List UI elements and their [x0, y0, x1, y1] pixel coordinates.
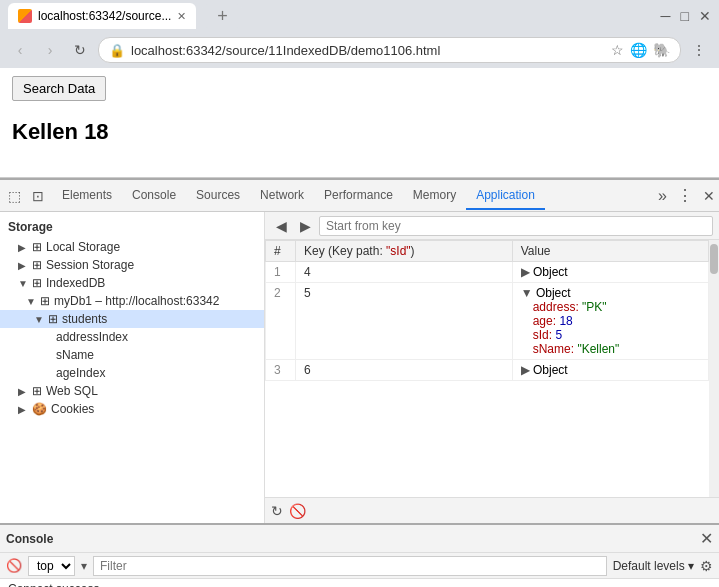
window-controls: ─ □ ✕: [661, 8, 711, 24]
secure-icon: 🔒: [109, 43, 125, 58]
tab-console[interactable]: Console: [122, 182, 186, 210]
main-panel: ◀ ▶ # Key (Key path: "sId") Value: [265, 212, 719, 523]
devtools-icon-cursor[interactable]: ⊡: [28, 186, 48, 206]
row-num: 2: [266, 283, 296, 360]
arrow-icon: ▼: [26, 296, 36, 307]
console-filter-row: 🚫 top ▾ Default levels ▾ ⚙: [0, 553, 719, 579]
menu-btn[interactable]: ⋮: [687, 38, 711, 62]
sidebar-label-sname: sName: [56, 348, 94, 362]
toolbar-back-btn[interactable]: ◀: [271, 216, 291, 236]
tab-favicon: [18, 9, 32, 23]
arrow-icon: ▼: [34, 314, 44, 325]
sidebar-section-storage: Storage: [0, 216, 264, 238]
sidebar-label-students: students: [62, 312, 107, 326]
sidebar-label-mydb1: myDb1 – http://localhost:63342: [54, 294, 219, 308]
search-data-button[interactable]: Search Data: [12, 76, 106, 101]
console-filter-input[interactable]: [93, 556, 607, 576]
tab-application[interactable]: Application: [466, 182, 545, 210]
console-context-select[interactable]: top: [28, 556, 75, 576]
row-key: 5: [296, 283, 513, 360]
console-area: Console ✕ 🚫 top ▾ Default levels ▾ ⚙ Con…: [0, 523, 719, 587]
extension-icon1[interactable]: 🌐: [630, 42, 647, 58]
col-value: Value: [512, 241, 708, 262]
devtools-menu-icon[interactable]: ⋮: [677, 186, 693, 205]
reload-btn[interactable]: ↻: [68, 38, 92, 62]
cookies-icon: 🍪: [32, 402, 47, 416]
browser-tab[interactable]: localhost:63342/source... ✕: [8, 3, 196, 29]
db-icon: ⊞: [40, 294, 50, 308]
arrow-icon: ▶: [18, 386, 28, 397]
sidebar-item-indexeddb[interactable]: ▼ ⊞ IndexedDB: [0, 274, 264, 292]
table-row: 2 5 ▼ Object address: "PK" age: 18 sId: …: [266, 283, 709, 360]
close-window-btn[interactable]: ✕: [699, 8, 711, 24]
address-bar[interactable]: 🔒 localhost:63342/source/11IndexedDB/dem…: [98, 37, 681, 63]
console-gear-icon[interactable]: ⚙: [700, 558, 713, 574]
console-messages: Connect success data input success demo1…: [0, 579, 719, 587]
toolbar-forward-btn[interactable]: ▶: [295, 216, 315, 236]
sidebar-item-local-storage[interactable]: ▶ ⊞ Local Storage: [0, 238, 264, 256]
arrow-icon: ▼: [18, 278, 28, 289]
sidebar-item-students[interactable]: ▼ ⊞ students: [0, 310, 264, 328]
refresh-icon[interactable]: ↻: [271, 503, 283, 519]
title-bar: localhost:63342/source... ✕ + ─ □ ✕: [0, 0, 719, 32]
tab-sources[interactable]: Sources: [186, 182, 250, 210]
extension-icon2[interactable]: 🐘: [653, 42, 670, 58]
table-scroll-area: # Key (Key path: "sId") Value 1 4 ▶ Obje…: [265, 240, 709, 497]
sidebar-item-cookies[interactable]: ▶ 🍪 Cookies: [0, 400, 264, 418]
table-row: 3 6 ▶ Object: [266, 360, 709, 381]
start-from-key-input[interactable]: [319, 216, 713, 236]
clear-icon[interactable]: 🚫: [289, 503, 306, 519]
sidebar-item-session-storage[interactable]: ▶ ⊞ Session Storage: [0, 256, 264, 274]
tab-network[interactable]: Network: [250, 182, 314, 210]
table-row: 1 4 ▶ Object: [266, 262, 709, 283]
main-toolbar: ◀ ▶: [265, 212, 719, 240]
sidebar-label-local-storage: Local Storage: [46, 240, 120, 254]
table-bottom-toolbar: ↻ 🚫: [265, 497, 719, 523]
maximize-btn[interactable]: □: [681, 8, 689, 24]
sidebar-label-addressindex: addressIndex: [56, 330, 128, 344]
table-icon: ⊞: [48, 312, 58, 326]
console-message-1: Connect success: [8, 581, 711, 587]
arrow-icon: ▶: [18, 404, 28, 415]
col-num: #: [266, 241, 296, 262]
grid-icon: ⊞: [32, 258, 42, 272]
sidebar-item-addressindex[interactable]: addressIndex: [0, 328, 264, 346]
tab-performance[interactable]: Performance: [314, 182, 403, 210]
tab-close-btn[interactable]: ✕: [177, 10, 186, 23]
back-btn[interactable]: ‹: [8, 38, 32, 62]
devtools-more-icon[interactable]: »: [658, 187, 667, 205]
sidebar-label-cookies: Cookies: [51, 402, 94, 416]
sidebar-item-ageindex[interactable]: ageIndex: [0, 364, 264, 382]
console-close-btn[interactable]: ✕: [700, 529, 713, 548]
bookmark-icon[interactable]: ☆: [611, 42, 624, 58]
devtools-tab-bar: ⬚ ⊡ Elements Console Sources Network Per…: [0, 180, 719, 212]
row-value: ▶ Object: [512, 262, 708, 283]
devtools-icon-inspect[interactable]: ⬚: [4, 186, 24, 206]
address-bar-row: ‹ › ↻ 🔒 localhost:63342/source/11Indexed…: [0, 32, 719, 68]
tab-memory[interactable]: Memory: [403, 182, 466, 210]
tab-elements[interactable]: Elements: [52, 182, 122, 210]
forward-btn[interactable]: ›: [38, 38, 62, 62]
tab-title: localhost:63342/source...: [38, 9, 171, 23]
devtools-close-icon[interactable]: ✕: [703, 188, 715, 204]
console-label: Console: [6, 532, 53, 546]
devtools-panel: ⬚ ⊡ Elements Console Sources Network Per…: [0, 178, 719, 523]
address-text: localhost:63342/source/11IndexedDB/demo1…: [131, 43, 605, 58]
sidebar-label-session-storage: Session Storage: [46, 258, 134, 272]
grid-icon: ⊞: [32, 240, 42, 254]
sidebar-item-websql[interactable]: ▶ ⊞ Web SQL: [0, 382, 264, 400]
sidebar-label-ageindex: ageIndex: [56, 366, 105, 380]
row-value: ▼ Object address: "PK" age: 18 sId: 5 sN…: [512, 283, 708, 360]
vertical-scrollbar[interactable]: [709, 240, 719, 497]
sidebar-label-websql: Web SQL: [46, 384, 98, 398]
new-tab-btn[interactable]: +: [202, 4, 242, 28]
console-levels-select[interactable]: Default levels ▾: [613, 559, 694, 573]
sidebar-item-mydb1[interactable]: ▼ ⊞ myDb1 – http://localhost:63342: [0, 292, 264, 310]
sidebar-item-sname[interactable]: sName: [0, 346, 264, 364]
minimize-btn[interactable]: ─: [661, 8, 671, 24]
scrollbar-thumb: [710, 244, 718, 274]
row-value: ▶ Object: [512, 360, 708, 381]
row-num: 3: [266, 360, 296, 381]
row-key: 4: [296, 262, 513, 283]
console-toolbar: Console ✕: [0, 525, 719, 553]
